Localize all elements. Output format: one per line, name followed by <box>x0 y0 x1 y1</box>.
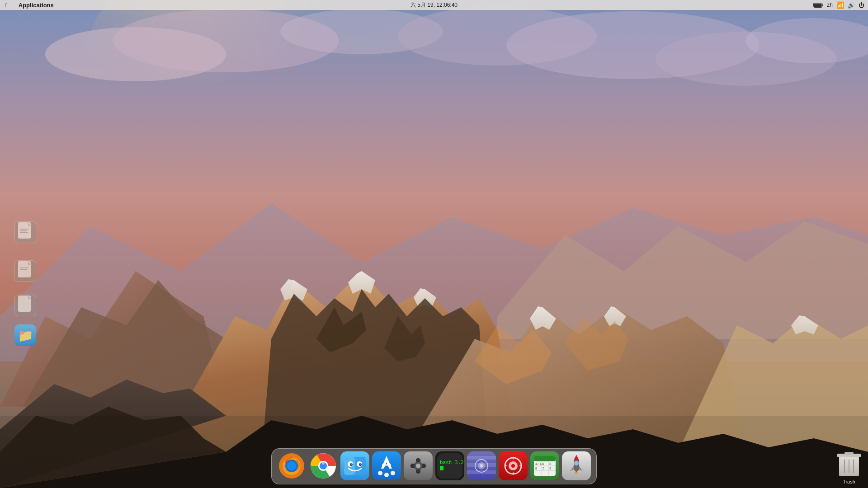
dock-item-finder[interactable] <box>340 451 369 480</box>
svg-point-64 <box>378 471 382 475</box>
volume-icon[interactable]: 🔊 <box>848 2 855 9</box>
appstore-dock-icon <box>372 451 401 480</box>
svg-point-107 <box>574 461 579 465</box>
left-desktop-icons: 📁 <box>9 221 42 346</box>
trash-svg <box>836 449 862 478</box>
file-icon-2 <box>17 261 33 281</box>
sysprefs2-dock-icon <box>467 451 496 480</box>
svg-text:bash-3.2$: bash-3.2$ <box>440 460 464 465</box>
trash-label: Trash <box>843 479 855 484</box>
menubar-right: zh 📶 🔊 ⏻ <box>813 1 864 9</box>
svg-point-65 <box>384 473 389 477</box>
dock: bash-3.2$ <box>271 448 597 484</box>
desktop-icon-4[interactable]: 📁 <box>9 324 42 346</box>
language-label[interactable]: zh <box>827 2 833 8</box>
svg-point-61 <box>360 464 361 465</box>
dock-item-firefox[interactable] <box>277 451 306 480</box>
svg-point-48 <box>287 461 296 470</box>
launchpad-dock-icon <box>562 451 591 480</box>
wifi-icon[interactable]: 📶 <box>836 1 844 9</box>
desktop-icon-2[interactable] <box>9 260 42 282</box>
svg-point-66 <box>391 471 395 475</box>
menubar-datetime: 六 5月 19, 12:06:40 <box>410 1 458 9</box>
svg-rect-83 <box>467 456 496 460</box>
svg-text:2: 2 <box>549 467 551 470</box>
svg-rect-42 <box>20 269 27 270</box>
svg-text:5: 5 <box>542 467 544 470</box>
numbers-dock-icon: 47,12 1 3 8 5 2 <box>530 451 559 480</box>
svg-text:3: 3 <box>549 462 551 465</box>
dock-item-appstore[interactable] <box>372 451 401 480</box>
svg-rect-38 <box>20 232 28 233</box>
file-icon <box>17 222 33 242</box>
chrome-dock-icon <box>309 451 338 480</box>
svg-rect-110 <box>844 452 854 455</box>
dock-item-sysprefs2[interactable] <box>467 451 496 480</box>
svg-point-59 <box>359 463 362 466</box>
battery-status-icon <box>813 3 823 8</box>
desktop-icon-1[interactable] <box>9 221 42 243</box>
finder-dock-icon <box>340 451 369 480</box>
svg-rect-36 <box>20 229 29 230</box>
terminal-dock-icon: bash-3.2$ <box>435 451 464 480</box>
desktop-icon-3[interactable] <box>9 295 42 316</box>
svg-rect-95 <box>534 456 556 461</box>
svg-text:47,12: 47,12 <box>535 462 543 465</box>
svg-text:1: 1 <box>542 462 544 465</box>
apple-menu[interactable]:  <box>4 2 9 9</box>
desktop-background <box>0 0 868 488</box>
dock-item-numbers[interactable]: 47,12 1 3 8 5 2 <box>530 451 559 480</box>
menubar:  Applications 六 5月 19, 12:06:40 zh 📶 🔊 … <box>0 0 868 10</box>
menubar-left:  Applications <box>4 2 56 9</box>
trash-icon[interactable] <box>835 449 863 478</box>
dock-item-launchpad[interactable] <box>562 451 591 480</box>
svg-rect-33 <box>822 4 823 6</box>
systemprefs-dock-icon <box>404 451 433 480</box>
svg-rect-37 <box>20 230 27 231</box>
applications-menu[interactable]: Applications <box>17 2 56 9</box>
svg-rect-32 <box>814 3 822 7</box>
music-dock-icon <box>499 451 528 480</box>
firefox-dock-icon <box>277 451 306 480</box>
svg-rect-81 <box>440 466 443 470</box>
svg-point-58 <box>350 463 353 466</box>
svg-point-69 <box>416 464 420 468</box>
svg-point-88 <box>480 464 483 468</box>
svg-point-52 <box>322 462 325 465</box>
file-icon-3 <box>17 296 33 315</box>
svg-rect-41 <box>20 267 29 268</box>
battery-icon <box>813 3 823 8</box>
power-icon[interactable]: ⏻ <box>859 2 864 9</box>
datetime-label: 六 5月 19, 12:06:40 <box>410 2 458 8</box>
dock-item-chrome[interactable] <box>309 451 338 480</box>
dock-item-systemprefs[interactable] <box>404 451 433 480</box>
dock-item-terminal[interactable]: bash-3.2$ <box>435 451 464 480</box>
dock-item-music[interactable] <box>499 451 528 480</box>
trash-container[interactable]: Trash <box>835 449 863 484</box>
svg-point-92 <box>511 464 515 468</box>
svg-text:8: 8 <box>535 467 537 470</box>
svg-point-60 <box>351 464 352 465</box>
desktop:  Applications 六 5月 19, 12:06:40 zh 📶 🔊 … <box>0 0 868 488</box>
